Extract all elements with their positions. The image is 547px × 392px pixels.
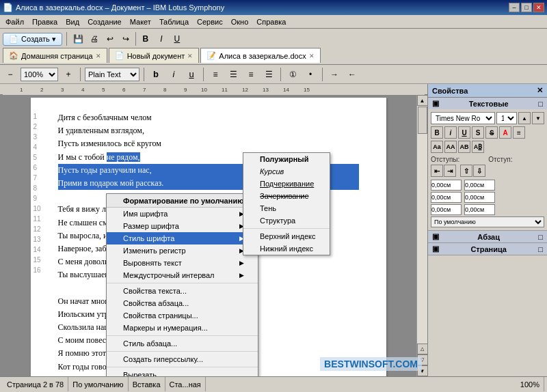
extra-btn[interactable]: ≡ — [513, 126, 525, 139]
tab-alice-doc[interactable]: 📝 Алиса в зазеркалье.docx ✕ — [200, 48, 320, 63]
menu-help[interactable]: Справка — [252, 16, 290, 27]
section-title-text[interactable]: ▣ Текстовые □ — [428, 98, 547, 109]
ctx-font-style[interactable]: Стиль шрифта — [107, 232, 258, 244]
menu-edit[interactable]: Правка — [28, 16, 62, 27]
ctx-page-props[interactable]: Свойства страницы... — [107, 309, 258, 322]
save-icon[interactable]: 💾 — [71, 31, 86, 46]
menu-view[interactable]: Вид — [62, 16, 83, 27]
menu-table[interactable]: Таблица — [155, 16, 193, 27]
align-center-icon[interactable]: ☰ — [226, 67, 241, 82]
sub-strikethrough[interactable]: Зачеркивание — [243, 190, 330, 202]
strikethrough-panel-btn[interactable]: S — [472, 126, 484, 139]
menu-window[interactable]: Окно — [227, 16, 253, 27]
zoom-out-icon[interactable]: − — [3, 67, 18, 82]
ctx-para-props[interactable]: Свойства абзаца... — [107, 297, 258, 309]
status-insert[interactable]: Вставка — [129, 377, 165, 391]
ctx-top-item[interactable]: Форматирование по умолчанию — [107, 194, 258, 208]
ctx-font-size[interactable]: Размер шрифта — [107, 220, 258, 232]
tab-home-close[interactable]: ✕ — [96, 53, 101, 59]
ctx-text-props[interactable]: Свойства текста... — [107, 285, 258, 297]
ctx-change-case[interactable]: Изменить регистр — [107, 244, 258, 257]
indent-icon[interactable]: → — [327, 67, 342, 82]
minimize-btn[interactable]: – — [509, 3, 520, 12]
space-before-input[interactable] — [431, 204, 462, 215]
sub-outline[interactable]: Структура — [243, 214, 330, 227]
ctx-font-name[interactable]: Имя шрифта — [107, 208, 258, 220]
indent-left-icon[interactable]: ⇤ — [431, 165, 443, 177]
section-title-page[interactable]: ▣ Страница □ — [428, 243, 547, 255]
top-indent-input[interactable] — [431, 180, 462, 191]
line-spacing-select[interactable]: По умолчанию — [431, 216, 544, 227]
right-indent-input[interactable] — [464, 180, 495, 191]
panel-close-btn[interactable]: ✕ — [537, 86, 543, 95]
underline-panel-btn[interactable]: U — [458, 126, 470, 139]
zoom-select[interactable]: 100% 75% 150% — [21, 68, 58, 81]
increase-size-btn[interactable]: ▲ — [518, 112, 531, 124]
close-btn[interactable]: ✕ — [533, 3, 544, 12]
italic-btn[interactable]: i — [166, 67, 181, 82]
zoom-in-icon[interactable]: + — [61, 67, 76, 82]
scroll-up-btn[interactable]: ▲ — [417, 95, 428, 106]
create-button[interactable]: 📄 Создать ▾ — [3, 33, 62, 46]
color-panel-btn[interactable]: A — [499, 126, 511, 139]
case-AB-btn[interactable]: AB — [458, 141, 470, 153]
style-select[interactable]: Plain Text Heading 1 Default — [85, 68, 139, 81]
bottom-indent-input[interactable] — [431, 192, 462, 203]
align-justify-icon[interactable]: ☰ — [261, 67, 276, 82]
sub-italic[interactable]: Курсив — [243, 165, 330, 178]
print-icon[interactable]: 🖨 — [87, 31, 102, 46]
sub-bold[interactable]: Полужирный — [243, 153, 330, 165]
tab-doc-close[interactable]: ✕ — [309, 53, 315, 59]
ctx-bullets[interactable]: Маркеры и нумерация... — [107, 322, 258, 334]
section-title-para[interactable]: ▣ Абзац □ — [428, 231, 547, 242]
underline-icon[interactable]: U — [170, 31, 185, 46]
underline-btn[interactable]: u — [184, 67, 199, 82]
tab-home[interactable]: 🏠 Домашняя страница ✕ — [3, 48, 107, 63]
sub-shadow[interactable]: Тень — [243, 202, 330, 214]
indent-up-icon[interactable]: ⇧ — [460, 165, 472, 177]
menu-create[interactable]: Создание — [83, 16, 126, 27]
ctx-cut[interactable]: Вырезать — [107, 369, 258, 376]
font-name-select[interactable]: Times New Ro Arial — [431, 112, 495, 124]
decrease-size-btn[interactable]: ▼ — [532, 112, 544, 124]
bullets-icon[interactable]: • — [303, 67, 318, 82]
ctx-para-style[interactable]: Стиль абзаца... — [107, 337, 258, 350]
menu-file[interactable]: Файл — [1, 16, 28, 27]
sep6 — [280, 68, 281, 81]
sub-superscript[interactable]: Верхний индекс — [243, 230, 330, 242]
highlight-btn[interactable]: AB̲ — [472, 141, 484, 153]
menu-layout[interactable]: Макет — [126, 16, 155, 27]
ctx-line-spacing[interactable]: Междустрочный интервал — [107, 269, 258, 281]
italic-icon[interactable]: I — [154, 31, 169, 46]
scroll-track[interactable] — [417, 106, 428, 344]
numbering-icon[interactable]: ① — [285, 67, 300, 82]
align-right-icon[interactable]: ≡ — [243, 67, 258, 82]
bold-btn[interactable]: b — [148, 67, 163, 82]
align-left-icon[interactable]: ≡ — [208, 67, 223, 82]
indent-down-icon[interactable]: ⇩ — [473, 165, 485, 177]
case-AA-btn[interactable]: AА — [444, 141, 457, 153]
redo-icon[interactable]: ↪ — [118, 31, 133, 46]
maximize-btn[interactable]: □ — [521, 3, 532, 12]
bold-icon[interactable]: B — [138, 31, 153, 46]
outline-panel-btn[interactable]: S̶ — [485, 126, 498, 139]
sub-underline[interactable]: Подчеркивание — [243, 178, 330, 190]
bold-panel-btn[interactable]: B — [431, 126, 443, 139]
left-indent-input[interactable] — [464, 192, 495, 203]
scroll-page-up[interactable]: △ — [417, 344, 428, 354]
menu-tools[interactable]: Сервис — [193, 16, 227, 27]
scrollbar-vertical[interactable]: ▲ △ ▽ ▼ — [416, 95, 427, 376]
tab-new-doc[interactable]: 📄 Новый документ ✕ — [109, 48, 200, 63]
case-aa-btn[interactable]: Аа — [431, 141, 443, 153]
scroll-thumb[interactable] — [418, 107, 427, 134]
font-size-select[interactable]: 12 10 14 — [496, 112, 517, 124]
ctx-align-text[interactable]: Выровнять текст — [107, 257, 258, 269]
undo-icon[interactable]: ↩ — [103, 31, 118, 46]
italic-panel-btn[interactable]: i — [444, 126, 457, 139]
outdent-icon[interactable]: ← — [345, 67, 360, 82]
space-after-input[interactable] — [464, 204, 495, 215]
ctx-hyperlink[interactable]: Создать гиперссылку... — [107, 353, 258, 365]
sub-subscript[interactable]: Нижний индекс — [243, 242, 330, 255]
indent-right-icon[interactable]: ⇥ — [444, 165, 456, 177]
tab-new-close[interactable]: ✕ — [187, 53, 193, 59]
